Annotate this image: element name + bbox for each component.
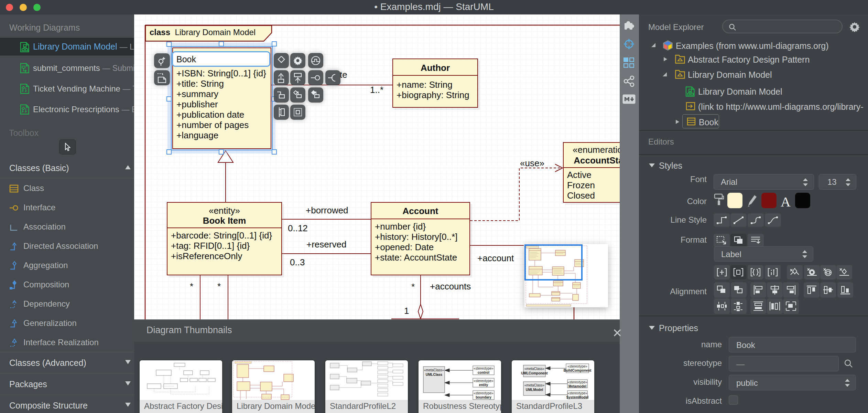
svg-text:«stereotype»: «stereotype» — [567, 364, 587, 368]
svg-text:«stereotype»: «stereotype» — [567, 380, 587, 384]
svg-text:«metaClass»: «metaClass» — [524, 367, 545, 371]
svg-text:«metaClass»: «metaClass» — [524, 383, 545, 387]
svg-text:«stereotype»: «stereotype» — [474, 367, 493, 370]
svg-text:Metamodel: Metamodel — [568, 384, 586, 388]
svg-text:BuildComponent: BuildComponent — [564, 369, 592, 372]
svg-text:UMLClass: UMLClass — [426, 373, 443, 377]
svg-text:«stereotype»: «stereotype» — [474, 391, 493, 395]
svg-text:boundary: boundary — [476, 395, 491, 399]
svg-text:SystemModel: SystemModel — [566, 395, 589, 399]
svg-text:UMLModel: UMLModel — [526, 388, 543, 392]
svg-text:control: control — [478, 371, 489, 374]
svg-text:«stereotype»: «stereotype» — [567, 391, 587, 395]
svg-text:«stereotype»: «stereotype» — [474, 379, 493, 383]
svg-text:entity: entity — [479, 383, 488, 387]
svg-text:«metaClass»: «metaClass» — [424, 368, 444, 372]
svg-text:UMLComponent: UMLComponent — [521, 371, 548, 375]
